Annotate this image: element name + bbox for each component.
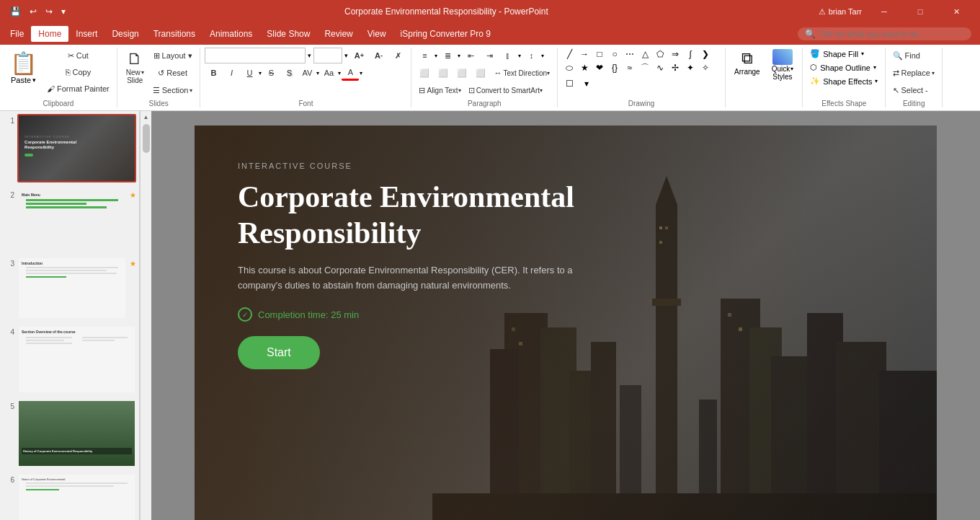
shape-pentagon[interactable]: ⬠: [653, 48, 667, 61]
close-btn[interactable]: ✕: [940, 0, 973, 23]
quick-menu-btn[interactable]: ▾: [58, 5, 68, 18]
font-size-input[interactable]: [313, 48, 342, 63]
shape-star[interactable]: ★: [577, 61, 592, 74]
slide-panel-scrollbar[interactable]: ▲: [140, 111, 151, 520]
numbering-button[interactable]: ≣: [439, 48, 456, 63]
copy-button[interactable]: ⎘ Copy: [44, 64, 112, 80]
shape-fill-button[interactable]: 🪣 Shape Fill ▾: [807, 48, 867, 60]
quick-styles-button[interactable]: Quick ▾ Styles: [767, 48, 798, 82]
menu-review[interactable]: Review: [317, 26, 360, 42]
quick-undo-btn[interactable]: ↩: [27, 5, 40, 18]
quick-styles-dropdown-icon[interactable]: ▾: [790, 66, 793, 72]
slide-img-1[interactable]: INTERACTIVE COURSE Corporate Environment…: [17, 114, 136, 182]
underline-dropdown-icon[interactable]: ▾: [259, 70, 262, 76]
slide-thumb-5[interactable]: 5 History of Corporate Environmental Res…: [3, 400, 136, 468]
shape-outline-dropdown-icon[interactable]: ▾: [873, 64, 876, 71]
convert-smartart-dropdown-icon[interactable]: ▾: [540, 87, 543, 94]
shape-callout[interactable]: ⬭: [562, 61, 576, 74]
decrease-font-button[interactable]: A-: [370, 48, 387, 63]
shape-bracket[interactable]: {}: [607, 61, 622, 74]
font-name-dropdown-icon[interactable]: ▾: [308, 52, 311, 59]
font-name-input[interactable]: [205, 48, 306, 63]
slide-thumb-6[interactable]: 6 Notes of Corporate Environmental: [3, 473, 136, 520]
scroll-up-arrow[interactable]: ▲: [141, 111, 152, 123]
align-text-dropdown-icon[interactable]: ▾: [458, 87, 461, 94]
shapes-dropdown-icon[interactable]: ▾: [579, 77, 594, 90]
shape-arrow-process[interactable]: ⇒: [668, 48, 682, 61]
shape-chevron[interactable]: ❯: [698, 48, 713, 61]
menu-slideshow[interactable]: Slide Show: [259, 26, 317, 42]
shape-fill-dropdown-icon[interactable]: ▾: [861, 50, 864, 57]
line-spacing-button[interactable]: ↕: [522, 48, 540, 63]
shape-rect[interactable]: □: [592, 48, 607, 61]
increase-font-button[interactable]: A+: [350, 48, 368, 63]
char-spacing-button[interactable]: AV: [298, 65, 316, 81]
font-size-dropdown-icon[interactable]: ▾: [344, 52, 348, 59]
shape-custom1[interactable]: ✦: [683, 61, 698, 74]
menu-transitions[interactable]: Transitions: [146, 26, 202, 42]
align-text-button[interactable]: ⊟ Align Text ▾: [416, 82, 463, 98]
char-spacing-dropdown-icon[interactable]: ▾: [316, 70, 319, 76]
strikethrough-button[interactable]: S: [262, 65, 280, 81]
increase-indent-button[interactable]: ⇥: [481, 48, 498, 63]
menu-design[interactable]: Design: [104, 26, 146, 42]
scroll-thumb[interactable]: [143, 124, 150, 153]
shape-curve[interactable]: ∫: [683, 48, 698, 61]
shape-line[interactable]: ╱: [562, 48, 576, 61]
menu-file[interactable]: File: [3, 26, 31, 42]
text-direction-button[interactable]: ↔ Text Direction ▾: [491, 65, 553, 81]
font-color-button[interactable]: A: [342, 65, 359, 81]
italic-button[interactable]: I: [223, 65, 240, 81]
underline-button[interactable]: U: [241, 65, 258, 81]
convert-smartart-button[interactable]: ⊡ Convert to SmartArt ▾: [466, 82, 545, 98]
line-spacing-dropdown-icon[interactable]: ▾: [541, 53, 544, 59]
section-button[interactable]: ☰ Section ▾: [150, 82, 196, 98]
columns-button[interactable]: ⫿: [499, 48, 517, 63]
slide-img-5[interactable]: History of Corporate Environmental Respo…: [17, 400, 136, 468]
justify-button[interactable]: ⬜: [472, 65, 489, 81]
paste-button[interactable]: 📋 Paste ▾: [4, 48, 43, 87]
quick-save-btn[interactable]: 💾: [7, 5, 24, 18]
maximize-btn[interactable]: □: [904, 0, 937, 23]
shape-arrow-right[interactable]: →: [577, 48, 592, 61]
menu-insert[interactable]: Insert: [68, 26, 104, 42]
slide-img-3[interactable]: Introduction: [17, 257, 127, 320]
format-painter-button[interactable]: 🖌 Format Painter: [44, 81, 112, 97]
shape-effects-button[interactable]: ✨ Shape Effects ▾: [807, 75, 881, 87]
start-button[interactable]: Start: [238, 336, 320, 369]
shape-cross[interactable]: ✢: [668, 61, 682, 74]
clear-format-button[interactable]: ✗: [389, 48, 406, 63]
cut-button[interactable]: ✂ Cut: [44, 48, 112, 63]
arrange-button[interactable]: ⧉ Arrange: [730, 48, 765, 77]
replace-button[interactable]: ⇄ Replace ▾: [890, 65, 937, 81]
section-dropdown-icon[interactable]: ▾: [190, 87, 192, 94]
shape-more[interactable]: ⋯: [623, 48, 637, 61]
new-slide-button[interactable]: 🗋 New ▾ Slide: [122, 48, 148, 87]
slide-thumb-2[interactable]: 2 Main Menu ★: [3, 188, 136, 251]
change-case-button[interactable]: Aa: [320, 65, 337, 81]
replace-dropdown-icon[interactable]: ▾: [932, 70, 935, 76]
shape-triangle[interactable]: △: [638, 48, 652, 61]
shape-curly[interactable]: ≈: [623, 61, 637, 74]
layout-button[interactable]: ⊞ Layout ▾: [150, 48, 196, 63]
quick-redo-btn[interactable]: ↪: [43, 5, 55, 18]
change-case-dropdown-icon[interactable]: ▾: [338, 70, 341, 76]
find-button[interactable]: 🔍 Find: [890, 48, 922, 63]
new-slide-dropdown-icon[interactable]: ▾: [141, 69, 144, 76]
font-color-dropdown-icon[interactable]: ▾: [360, 70, 362, 76]
align-left-button[interactable]: ⬜: [416, 65, 433, 81]
menu-ispring[interactable]: iSpring Converter Pro 9: [393, 26, 498, 42]
align-right-button[interactable]: ⬜: [453, 65, 471, 81]
menu-home[interactable]: Home: [31, 26, 68, 42]
shape-arc[interactable]: ⌒: [638, 61, 652, 74]
text-direction-dropdown-icon[interactable]: ▾: [547, 70, 550, 76]
decrease-indent-button[interactable]: ⇤: [462, 48, 479, 63]
minimize-btn[interactable]: ─: [868, 0, 901, 23]
slide-thumb-3[interactable]: 3 Introduction ★: [3, 257, 136, 320]
bullets-dropdown-icon[interactable]: ▾: [435, 53, 437, 59]
columns-dropdown-icon[interactable]: ▾: [518, 53, 521, 59]
slide-img-2[interactable]: Main Menu: [17, 188, 127, 251]
slide-img-6[interactable]: Notes of Corporate Environmental: [17, 473, 136, 520]
slide-thumb-1[interactable]: 1 INTERACTIVE COURSE Corporate Environme…: [3, 114, 136, 182]
numbering-dropdown-icon[interactable]: ▾: [458, 53, 460, 59]
